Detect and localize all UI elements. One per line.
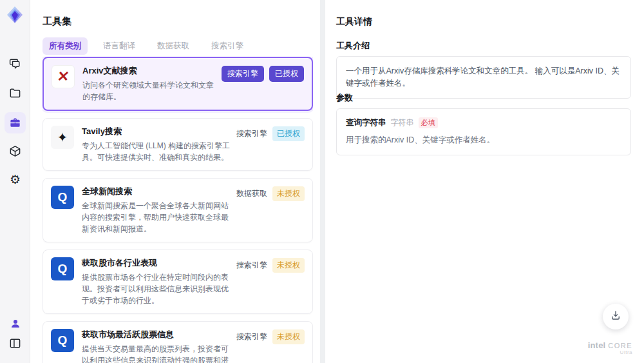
icon-rail: ⚙ <box>0 0 30 363</box>
parameter-type: 字符串 <box>391 117 414 128</box>
auth-status-badge: 未授权 <box>272 329 305 344</box>
tab-3[interactable]: 搜索引擎 <box>205 37 250 55</box>
gear-icon: ⚙ <box>10 173 21 186</box>
tool-list-panel: 工具集 所有类别语言翻译数据获取搜索引擎 ✕Arxiv文献搜索访问各个研究领域大… <box>30 0 320 363</box>
panel-icon <box>9 337 21 349</box>
brand-sub: Ultra <box>588 350 632 355</box>
brand-intel: intel <box>588 340 606 350</box>
required-badge: 必填 <box>419 117 438 128</box>
detail-title: 工具详情 <box>336 16 372 28</box>
category-badge: 搜索引擎 <box>236 331 267 342</box>
intro-card: 一个用于从Arxiv存储库搜索科学论文和文章的工具。 输入可以是Arxiv ID… <box>336 56 631 99</box>
tool-card-4[interactable]: Q获取市场最活跃股票信息提供当天交易量最高的股票列表，投资者可以利用这些信息来识… <box>43 321 313 363</box>
tab-1[interactable]: 语言翻译 <box>97 37 142 55</box>
auth-status-badge: 未授权 <box>272 186 305 201</box>
tool-name: 全球新闻搜索 <box>82 186 230 197</box>
cube-icon <box>9 145 21 157</box>
arxiv-logo: ✕ <box>52 65 75 88</box>
tool-card-1[interactable]: ✦Tavily搜索专为人工智能代理 (LLM) 构建的搜索引擎工具。可快速提供实… <box>43 118 313 171</box>
sidebar-item-account[interactable] <box>5 313 26 334</box>
sidebar-item-settings[interactable]: ⚙ <box>5 169 26 190</box>
category-badge: 搜索引擎 <box>236 260 267 271</box>
parameter-name: 查询字符串 <box>346 117 386 128</box>
person-icon <box>10 318 21 329</box>
tool-name: Arxiv文献搜索 <box>82 65 215 77</box>
app-logo-icon <box>5 5 24 25</box>
tool-name: Tavily搜索 <box>82 126 230 137</box>
tool-desc: 专为人工智能代理 (LLM) 构建的搜索引擎工具。可快速提供实时、准确和真实的结… <box>82 140 230 163</box>
tool-desc: 访问各个研究领域大量科学论文和文章的存储库。 <box>82 79 215 103</box>
category-tabs: 所有类别语言翻译数据获取搜索引擎 <box>43 37 250 55</box>
sidebar-item-models[interactable] <box>5 141 26 162</box>
tool-detail-panel: 工具详情 工具介绍 一个用于从Arxiv存储库搜索科学论文和文章的工具。 输入可… <box>325 0 644 363</box>
tab-2[interactable]: 数据获取 <box>151 37 196 55</box>
intel-core-logo: intel CORE Ultra <box>588 341 632 355</box>
sidebar-item-chat[interactable] <box>5 53 26 74</box>
tool-name: 获取股市各行业表现 <box>82 257 230 269</box>
auth-status-badge: 已授权 <box>272 126 305 141</box>
category-badge: 数据获取 <box>236 188 267 199</box>
tool-list: ✕Arxiv文献搜索访问各个研究领域大量科学论文和文章的存储库。搜索引擎已授权✦… <box>43 57 313 363</box>
category-badge: 搜索引擎 <box>236 128 267 139</box>
tool-desc: 全球新闻搜索是一个聚合全球各大新闻网站内容的搜索引擎，帮助用户快速获取全球最新资… <box>82 200 230 235</box>
qnews-logo: Q <box>51 186 74 209</box>
folder-icon <box>9 87 21 99</box>
tavily-logo: ✦ <box>51 126 74 149</box>
briefcase-icon <box>9 117 21 129</box>
intro-section-header: 工具介绍 <box>336 40 370 52</box>
chat-icon <box>9 57 21 70</box>
sidebar-item-tools[interactable] <box>5 112 26 133</box>
tool-card-2[interactable]: Q全球新闻搜索全球新闻搜索是一个聚合全球各大新闻网站内容的搜索引擎，帮助用户快速… <box>43 178 313 242</box>
tool-name: 获取市场最活跃股票信息 <box>82 329 230 340</box>
brand-core: CORE <box>608 342 632 349</box>
download-icon <box>610 309 621 324</box>
download-button[interactable] <box>603 304 629 329</box>
tool-desc: 提供当天交易量最高的股票列表，投资者可以利用这些信息来识别流动性强的股票和潜在的… <box>82 343 230 363</box>
qnews-logo: Q <box>51 257 74 280</box>
tool-card-3[interactable]: Q获取股市各行业表现提供股票市场各个行业在特定时间段内的表现。投资者可以利用这些… <box>43 250 313 314</box>
tool-desc: 提供股票市场各个行业在特定时间段内的表现。投资者可以利用这些信息来识别表现优于或… <box>82 271 230 306</box>
sidebar-item-files[interactable] <box>5 83 26 104</box>
category-badge: 搜索引擎 <box>222 66 264 82</box>
tool-card-0[interactable]: ✕Arxiv文献搜索访问各个研究领域大量科学论文和文章的存储库。搜索引擎已授权 <box>43 57 313 111</box>
tab-0[interactable]: 所有类别 <box>43 37 88 55</box>
params-section-header: 参数 <box>336 92 353 104</box>
sidebar-item-collapse[interactable] <box>5 333 26 354</box>
parameter-card: 查询字符串 字符串 必填 用于搜索的Arxiv ID、关键字或作者姓名。 <box>336 108 631 155</box>
page-title: 工具集 <box>43 15 71 28</box>
parameter-desc: 用于搜索的Arxiv ID、关键字或作者姓名。 <box>346 134 621 146</box>
qnews-logo: Q <box>51 329 74 352</box>
auth-status-badge: 未授权 <box>272 258 305 273</box>
auth-status-badge: 已授权 <box>269 66 304 82</box>
